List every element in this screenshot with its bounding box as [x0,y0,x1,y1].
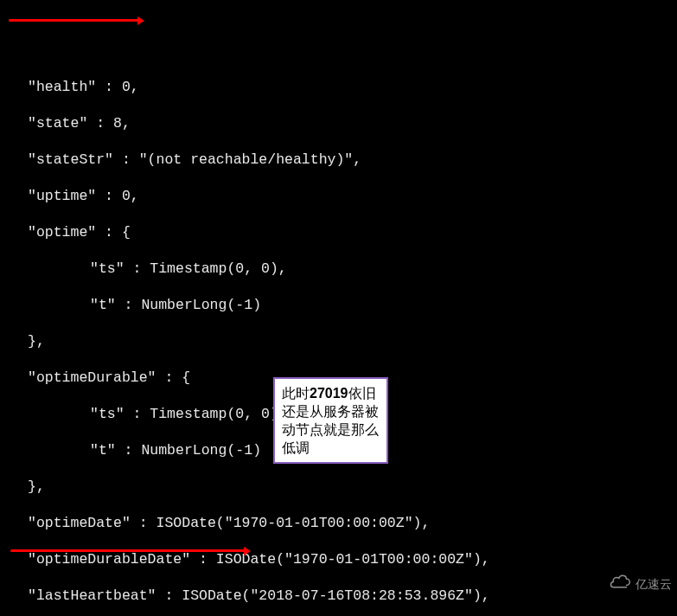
code-line: "t" : NumberLong(-1) [28,296,677,314]
annotation-callout: 此时27019依旧还是从服务器被动节点就是那么低调 [273,377,388,464]
code-line: }, [28,478,677,496]
code-line: "state" : 8, [28,114,677,132]
code-line: "optimeDate" : ISODate("1970-01-01T00:00… [28,514,677,532]
code-line: "stateStr" : "(not reachable/healthy)", [28,151,677,169]
highlight-arrow-1 [9,19,141,22]
annotation-port-bold: 27019 [310,386,348,401]
code-line: "ts" : Timestamp(0, 0), [28,260,677,278]
code-line: "health" : 0, [28,78,677,96]
code-line: }, [28,332,677,350]
highlight-arrow-2 [10,549,247,552]
code-line: "uptime" : 0, [28,187,677,205]
annotation-pre: 此时 [282,386,310,401]
code-line: "lastHeartbeat" : ISODate("2018-07-16T08… [28,587,677,605]
code-line: "optime" : { [28,223,677,241]
code-line: "optimeDurableDate" : ISODate("1970-01-0… [28,550,677,568]
